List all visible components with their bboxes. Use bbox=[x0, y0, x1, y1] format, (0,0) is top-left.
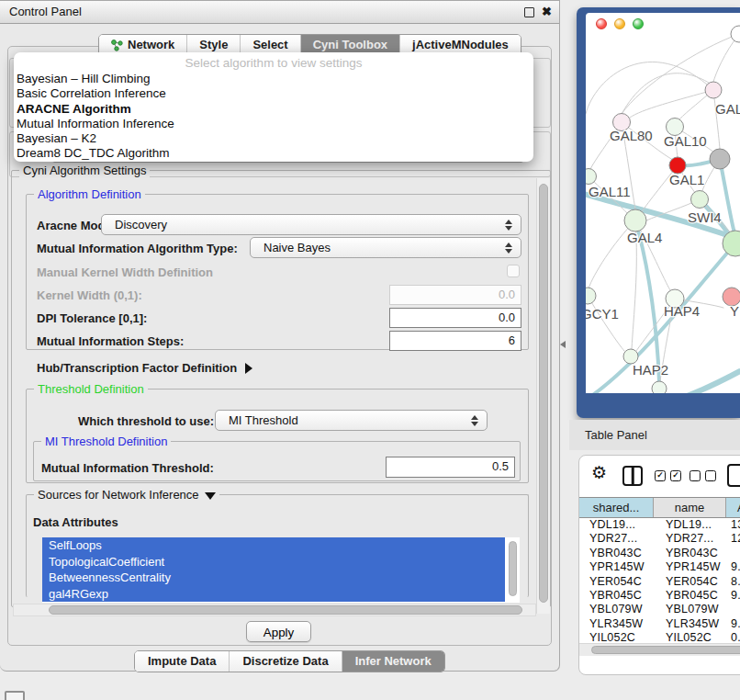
table-cell: 8. bbox=[727, 575, 740, 589]
table-row[interactable]: YIL052CYIL052C0. bbox=[580, 631, 740, 644]
algorithm-definition-title: Algorithm Definition bbox=[34, 187, 145, 201]
manual-kernel-checkbox[interactable] bbox=[507, 265, 520, 277]
table-row[interactable]: YPR145WYPR145W9. bbox=[580, 560, 740, 574]
column-header-name[interactable]: name bbox=[654, 498, 726, 517]
close-panel-icon[interactable]: ✖ bbox=[542, 1, 552, 23]
bottom-tab-bar: Impute Data Discretize Data Infer Networ… bbox=[134, 650, 445, 672]
table-row[interactable]: YDL19...YDL19...13 bbox=[580, 518, 740, 532]
split-columns-icon[interactable] bbox=[622, 466, 643, 486]
node-label-gal80: GAL80 bbox=[610, 128, 653, 143]
network-node-gal4[interactable] bbox=[624, 209, 646, 231]
table-cell: YBR043C bbox=[580, 547, 655, 560]
tab-discretize-data[interactable]: Discretize Data bbox=[230, 651, 342, 672]
scrollbar-thumb[interactable] bbox=[49, 605, 522, 615]
mi-steps-field[interactable]: 6 bbox=[389, 331, 521, 351]
table-row[interactable]: YBL079WYBL079W bbox=[580, 603, 740, 616]
network-canvas[interactable]: GALGAL80GAL10GAL1GAL11SWI4GAL4YHAP4GCY1H… bbox=[586, 13, 740, 393]
network-node-swi4[interactable] bbox=[691, 191, 709, 209]
node-label-gal11: GAL11 bbox=[589, 184, 631, 199]
table-cell: YER054C bbox=[580, 575, 655, 589]
algorithm-option[interactable]: Basic Correlation Inference bbox=[14, 86, 533, 101]
attribute-item[interactable]: gal4RGexp bbox=[42, 586, 505, 603]
table-horizontal-scrollbar[interactable] bbox=[579, 643, 740, 656]
network-node-gal-partial[interactable] bbox=[705, 82, 722, 98]
which-threshold-label: Which threshold to use: bbox=[78, 414, 214, 428]
tab-infer-network[interactable]: Infer Network bbox=[342, 651, 444, 672]
deselect-all-checkboxes-icon[interactable] bbox=[690, 470, 716, 481]
node-label-swi4: SWI4 bbox=[688, 209, 722, 225]
hub-definition-toggle[interactable]: Hub/Transcription Factor Definition bbox=[37, 361, 252, 375]
column-header-shared-name[interactable]: shared... bbox=[579, 498, 654, 517]
control-panel-title: Control Panel bbox=[9, 1, 82, 23]
scrollbar-thumb[interactable] bbox=[591, 646, 740, 654]
attribute-item[interactable]: TopologicalCoefficient bbox=[42, 554, 505, 570]
traffic-light-close[interactable] bbox=[596, 18, 607, 29]
dropdown-placeholder: Select algorithm to view settings bbox=[14, 52, 533, 72]
algorithm-option[interactable]: Bayesian – K2 bbox=[14, 131, 533, 146]
sources-title[interactable]: Sources for Network Inference bbox=[34, 488, 219, 502]
node-label-gal1: GAL1 bbox=[669, 172, 704, 187]
expand-right-icon[interactable] bbox=[245, 363, 252, 374]
aracne-mode-combobox[interactable]: Discovery bbox=[101, 214, 521, 235]
network-node-gcy1[interactable] bbox=[586, 288, 596, 304]
table-cell: 13 bbox=[727, 518, 740, 532]
mi-type-label: Mutual Information Algorithm Type: bbox=[37, 242, 238, 255]
node-label-salmon: Y bbox=[730, 303, 739, 319]
kernel-width-label: Kernel Width (0,1): bbox=[37, 288, 142, 302]
table-row[interactable]: YER054CYER054C8. bbox=[580, 575, 740, 589]
table-row[interactable]: YLR345WYLR345W9. bbox=[580, 617, 740, 631]
settings-horizontal-scrollbar[interactable] bbox=[13, 604, 536, 616]
table-cell: YDR27... bbox=[655, 532, 727, 546]
document-icon[interactable] bbox=[727, 464, 740, 487]
collapse-down-icon[interactable] bbox=[205, 492, 216, 500]
which-threshold-combobox[interactable]: MI Threshold bbox=[215, 410, 488, 431]
screen: Control Panel ✖ Cyni Algorithm Settings … bbox=[0, 0, 740, 700]
network-view[interactable]: GALGAL80GAL10GAL1GAL11SWI4GAL4YHAP4GCY1H… bbox=[586, 13, 740, 393]
table-panel-titlebar[interactable]: Table Panel bbox=[569, 420, 740, 450]
table-cell bbox=[727, 603, 740, 616]
table-cell: YDR27... bbox=[580, 532, 655, 546]
table-row[interactable]: YDR27...YDR27...12 bbox=[580, 532, 740, 546]
node-label-hap4: HAP4 bbox=[664, 303, 700, 319]
pane-divider-arrow-icon[interactable] bbox=[560, 341, 566, 348]
table-row[interactable]: YBR045CYBR045C9. bbox=[580, 589, 740, 603]
network-node-gray-node[interactable] bbox=[710, 149, 730, 169]
manual-kernel-label: Manual Kernel Width Definition bbox=[37, 265, 213, 279]
table-cell: YBL079W bbox=[580, 603, 655, 616]
select-all-checkboxes-icon[interactable]: ✓ ✓ bbox=[655, 470, 681, 481]
column-header-partial[interactable]: A bbox=[726, 498, 740, 517]
node-label-hap2: HAP2 bbox=[633, 362, 668, 378]
table-cell: YPR145W bbox=[580, 560, 655, 574]
algorithm-option[interactable]: Mutual Information Inference bbox=[14, 117, 533, 131]
apply-button[interactable]: Apply bbox=[246, 621, 311, 642]
algorithm-option[interactable]: Dream8 DC_TDC Algorithm bbox=[14, 146, 533, 161]
algorithm-option[interactable]: ARACNE Algorithm bbox=[14, 102, 533, 117]
attribute-item[interactable]: SelfLoops bbox=[42, 537, 505, 554]
network-edge bbox=[630, 90, 713, 118]
kernel-width-field[interactable]: 0.0 bbox=[389, 285, 521, 305]
settings-vertical-scrollbar[interactable] bbox=[536, 178, 550, 614]
table-header-row: shared... name A bbox=[579, 497, 740, 518]
network-node-top-right[interactable] bbox=[731, 26, 740, 42]
tab-impute-data[interactable]: Impute Data bbox=[135, 651, 230, 672]
node-label-gcy1: GCY1 bbox=[586, 306, 619, 322]
table-cell: YLR345W bbox=[655, 617, 727, 631]
traffic-light-minimize[interactable] bbox=[614, 18, 625, 29]
dpi-tolerance-field[interactable]: 0.0 bbox=[389, 308, 521, 328]
network-node-bottom-node[interactable] bbox=[652, 381, 667, 393]
data-attributes-list[interactable]: SelfLoopsTopologicalCoefficientBetweenne… bbox=[42, 537, 520, 603]
mi-type-combobox[interactable]: Naive Bayes bbox=[250, 237, 521, 258]
dpi-tolerance-label: DPI Tolerance [0,1]: bbox=[37, 311, 147, 325]
scrollbar-thumb[interactable] bbox=[539, 184, 548, 603]
gear-icon[interactable]: ⚙ bbox=[591, 463, 607, 483]
algorithm-option[interactable]: Bayesian – Hill Climbing bbox=[14, 72, 533, 86]
traffic-light-zoom[interactable] bbox=[633, 18, 644, 29]
table-row[interactable]: YBR043CYBR043C bbox=[580, 547, 740, 560]
minimized-panel-icon[interactable] bbox=[5, 691, 25, 700]
data-attributes-label: Data Attributes bbox=[33, 515, 118, 529]
attribute-item[interactable]: BetweennessCentrality bbox=[42, 570, 505, 586]
float-window-icon[interactable] bbox=[524, 7, 534, 17]
mi-steps-label: Mutual Information Steps: bbox=[37, 334, 184, 348]
mi-threshold-field[interactable]: 0.5 bbox=[386, 457, 515, 478]
list-scrollbar-thumb[interactable] bbox=[509, 541, 517, 596]
